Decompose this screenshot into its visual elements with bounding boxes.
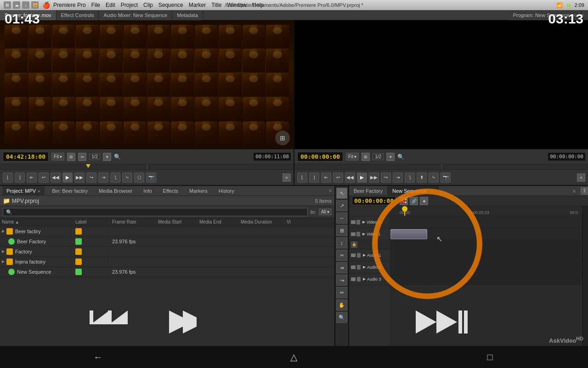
tl-expand-a3[interactable]: ▶ xyxy=(363,277,366,281)
project-tab-info[interactable]: Info xyxy=(140,186,155,196)
prog-insert-btn[interactable]: ⤵ xyxy=(405,172,415,183)
source-dropdown-btn[interactable]: ▾ xyxy=(103,153,111,161)
source-rewind-btn[interactable]: ◀◀ xyxy=(51,172,61,183)
source-step-back-btn[interactable]: ↩ xyxy=(39,172,49,183)
tool-hand[interactable]: ✋ xyxy=(336,299,347,310)
tl-snap-btn[interactable]: 🧲 xyxy=(400,197,408,205)
tl-lock-a1[interactable] xyxy=(357,253,361,258)
apple-menu[interactable]: 🍎 xyxy=(42,1,50,9)
tl-track-audio3[interactable] xyxy=(390,273,582,285)
tl-eye-v2[interactable] xyxy=(351,220,356,224)
source-mark-out-btn[interactable]: ⌋ xyxy=(15,172,25,183)
file-row[interactable]: Beer Factory 23.976 fps xyxy=(0,236,334,247)
tab-source[interactable]: Source: footage.mov xyxy=(0,10,57,20)
prog-overwrite-btn[interactable]: ⤷ xyxy=(429,172,439,183)
safe-margin-btn[interactable]: ⊞ xyxy=(275,131,290,145)
prog-ffwd-btn[interactable]: ▶▶ xyxy=(369,172,379,183)
prog-play-btn[interactable]: ▶ xyxy=(357,172,367,183)
program-timecode[interactable]: 00:00:00:00 xyxy=(297,152,343,161)
source-ffwd-btn[interactable]: ▶▶ xyxy=(74,172,85,183)
tl-lock-a2[interactable] xyxy=(357,265,361,270)
col-vi-header[interactable]: Vi xyxy=(285,219,299,224)
tool-zoom-tl[interactable]: 🔍 xyxy=(336,312,347,323)
tl-sync-lock[interactable]: 🔒 xyxy=(351,242,357,248)
project-search-input[interactable] xyxy=(3,208,308,216)
tl-track-audio2[interactable] xyxy=(390,261,582,273)
col-me-header[interactable]: Media End xyxy=(198,219,239,224)
timeline-timecode[interactable]: 00:00:00:00 xyxy=(352,196,396,205)
tl-eye-a3[interactable] xyxy=(351,277,356,281)
tl-tab-beer-factory[interactable]: Beer Factory xyxy=(349,186,388,196)
android-recents-btn[interactable]: □ xyxy=(481,348,499,366)
source-step-fwd-btn[interactable]: ↪ xyxy=(86,172,96,183)
program-timeline-ruler[interactable] xyxy=(294,164,588,169)
tool-track-select[interactable]: ↗ xyxy=(336,200,347,211)
expand-arrow[interactable]: ▶ xyxy=(2,259,5,264)
project-tab-project[interactable]: Project: MPV ✕ xyxy=(3,186,45,196)
tl-track-video1[interactable] xyxy=(390,228,582,240)
panel-menu-right[interactable]: ≡ xyxy=(582,12,588,18)
col-fps-header[interactable]: Frame Rate xyxy=(110,219,156,224)
menu-file[interactable]: File xyxy=(91,2,100,8)
tl-track-video2[interactable] xyxy=(390,216,582,228)
menu-project[interactable]: Project xyxy=(121,2,138,8)
tool-slide[interactable]: ↝ xyxy=(336,275,347,286)
tab-metadata[interactable]: Metadata xyxy=(172,10,203,20)
source-fit-dropdown[interactable]: Fit▾ xyxy=(51,153,64,161)
tl-link-btn[interactable]: 🔗 xyxy=(410,197,418,205)
tab-effect-controls[interactable]: Effect Controls xyxy=(57,10,99,20)
tool-razor[interactable]: ✂ xyxy=(336,250,347,261)
source-insert-btn[interactable]: ⤵ xyxy=(110,172,120,183)
timeline-tracks-area[interactable]: ↖ xyxy=(390,216,582,353)
tl-lock-v2[interactable] xyxy=(356,220,360,224)
source-settings-btn[interactable]: ⊞ xyxy=(67,153,75,161)
tab-program[interactable]: Program: New Sequence ✕ xyxy=(509,10,582,20)
tl-tab-close[interactable]: ✕ xyxy=(430,189,434,194)
tool-rolling-edit[interactable]: ⊞ xyxy=(336,225,347,236)
tl-expand-v2[interactable]: ▶ xyxy=(362,220,365,224)
prog-step-back-btn[interactable]: ↩ xyxy=(333,172,343,183)
tl-expand-a2[interactable]: ▶ xyxy=(363,265,366,269)
source-timeline-ruler[interactable] xyxy=(0,164,294,169)
tool-ripple-edit[interactable]: ↔ xyxy=(336,213,347,224)
menu-sequence[interactable]: Sequence xyxy=(158,2,183,8)
source-camera-btn[interactable]: 📷 xyxy=(146,172,156,183)
source-export-btn[interactable]: ⬡ xyxy=(134,172,144,183)
source-overwrite-btn[interactable]: ⤷ xyxy=(122,172,132,183)
timeline-menu-btn[interactable]: ≡ xyxy=(570,186,579,196)
tl-eye-v1[interactable] xyxy=(351,232,356,236)
android-home-btn[interactable]: △ xyxy=(285,348,303,366)
menu-title[interactable]: Title xyxy=(211,2,221,8)
program-fit-dropdown[interactable]: Fit▾ xyxy=(346,153,359,161)
source-goto-out-btn[interactable]: ⇥ xyxy=(98,172,108,183)
program-settings-btn[interactable]: ⊞ xyxy=(362,153,370,161)
tl-markers-btn[interactable]: ◈ xyxy=(420,197,428,205)
source-play-btn[interactable]: ▶ xyxy=(62,172,73,183)
tl-clip-v1[interactable] xyxy=(390,229,427,239)
tool-slip[interactable]: ↛ xyxy=(336,262,347,273)
project-tab-history[interactable]: History xyxy=(215,186,238,196)
menu-marker[interactable]: Marker xyxy=(189,2,206,8)
tab-audio-mixer[interactable]: Audio Mixer: New Sequence xyxy=(99,10,172,20)
tl-lock-a3[interactable] xyxy=(357,277,361,282)
menu-premiere[interactable]: Premiere Pro xyxy=(53,2,86,8)
project-tab-bin[interactable]: Bin: Beer factiry xyxy=(48,186,91,196)
col-ms-header[interactable]: Media Start xyxy=(156,219,198,224)
in-dropdown[interactable]: All▾ xyxy=(319,208,332,215)
source-mark-in-btn[interactable]: ⌊ xyxy=(3,172,13,183)
project-panel-menu[interactable]: ≡ xyxy=(329,188,332,193)
tl-lock-v1[interactable] xyxy=(356,232,360,236)
project-tab-effects[interactable]: Effects xyxy=(159,186,182,196)
expand-arrow[interactable]: ▶ xyxy=(2,249,5,253)
file-row[interactable]: ▶ Beer factiry xyxy=(0,226,334,236)
source-timecode[interactable]: 04:42:18:00 xyxy=(3,152,49,161)
file-row[interactable]: ▶ Injera factoiry xyxy=(0,257,334,267)
tl-expand-v1[interactable]: ▶ xyxy=(362,232,365,236)
tool-pen[interactable]: ✏ xyxy=(336,287,347,298)
tl-eye-a2[interactable] xyxy=(351,265,356,269)
android-back-btn[interactable]: ← xyxy=(89,348,107,366)
tl-eye-a1[interactable] xyxy=(351,253,356,257)
tl-tab-new-sequence[interactable]: New Sequence ✕ xyxy=(388,186,439,196)
prog-mark-in-btn[interactable]: ⌊ xyxy=(297,172,307,183)
source-mark-in[interactable]: ↛ xyxy=(78,153,86,161)
